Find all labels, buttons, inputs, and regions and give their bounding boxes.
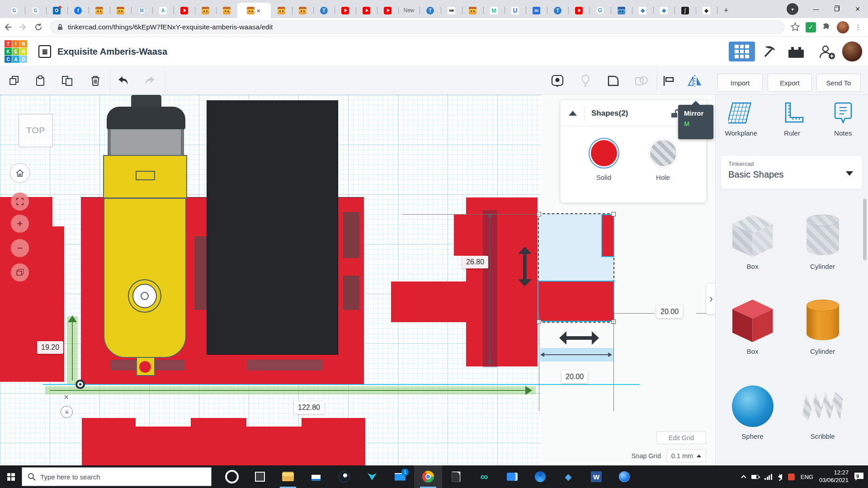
search-input[interactable] [40, 473, 194, 481]
browser-tab[interactable]: T [547, 3, 568, 18]
taskbar-predator-icon[interactable] [358, 465, 386, 488]
back-icon[interactable] [0, 19, 15, 35]
browser-tab[interactable] [174, 3, 195, 18]
browser-tab[interactable]: M [131, 3, 152, 18]
view-cube[interactable]: TOP [19, 114, 53, 147]
edit-grid-button[interactable]: Edit Grid [656, 432, 706, 444]
ruler-origin-handle[interactable] [75, 380, 85, 389]
taskbar-explorer-icon[interactable] [274, 465, 302, 488]
tab-close-icon[interactable]: × [256, 7, 262, 14]
shape-item-cylinder-hole-cylinder[interactable]: Cylinder [788, 198, 858, 283]
taskbar-word-icon[interactable] [582, 465, 610, 488]
taskbar-search[interactable] [22, 467, 212, 486]
browser-tab[interactable] [46, 3, 67, 18]
taskbar-store-icon[interactable] [302, 465, 330, 488]
tab-search-icon[interactable]: ▾ [787, 3, 798, 15]
maroon-slot[interactable] [194, 236, 208, 310]
move-vertical-handle[interactable] [517, 247, 533, 286]
notes-tool[interactable]: Notes [821, 101, 866, 137]
selection-handle[interactable] [611, 212, 616, 216]
browser-tab[interactable] [462, 3, 483, 18]
browser-tab[interactable]: we [441, 3, 462, 18]
minimize-button[interactable]: — [806, 0, 826, 18]
browser-tab[interactable] [611, 3, 632, 18]
browser-tab[interactable]: G [590, 3, 611, 18]
zoom-in-icon[interactable]: + [11, 215, 29, 233]
taskbar-opera-icon[interactable] [218, 465, 246, 488]
ungroup-icon[interactable] [634, 74, 649, 88]
yellow-device-stub[interactable] [131, 95, 161, 108]
browser-tab[interactable] [653, 3, 675, 18]
browser-tab[interactable] [335, 3, 356, 18]
taskbar-infinity-icon[interactable]: ∞ [470, 465, 498, 488]
clock[interactable]: 12:27 03/06/2021 [819, 469, 849, 484]
ruler-vertical-band[interactable] [67, 316, 78, 384]
black-shape[interactable] [207, 100, 338, 355]
browser-tab[interactable]: T [420, 3, 441, 18]
browser-tab[interactable] [377, 3, 398, 18]
browser-tab[interactable] [25, 3, 46, 18]
bookmark-star-icon[interactable] [790, 22, 800, 32]
browser-tab[interactable] [4, 3, 25, 18]
browser-menu-icon[interactable]: ⋮ [854, 23, 862, 32]
minecraft-pickaxe-icon[interactable] [759, 43, 779, 61]
import-button[interactable]: Import [717, 74, 763, 92]
sidebar-collapse-chevron[interactable]: › [706, 283, 715, 314]
maroon-slot[interactable] [343, 276, 359, 310]
ruler-close-icon[interactable]: × [64, 392, 69, 402]
move-horizontal-handle[interactable] [559, 330, 599, 346]
duplicate-icon[interactable] [60, 74, 75, 88]
taskbar-globe-icon[interactable] [610, 465, 638, 488]
export-button[interactable]: Export [768, 74, 812, 92]
browser-tab[interactable] [271, 3, 292, 18]
shape-item-scribble-scribble[interactable]: Scribble [788, 368, 858, 453]
shape-item-cylinder-orange-cylinder[interactable]: Cylinder [788, 283, 858, 368]
dimension-label-right[interactable]: 20.00 [656, 305, 683, 318]
send-to-button[interactable]: Send To [816, 74, 861, 92]
yellow-device-cap[interactable] [107, 107, 185, 129]
snap-grid-dropdown[interactable]: 0.1 mm [666, 449, 706, 462]
browser-tab[interactable] [356, 3, 377, 18]
ruler-horizontal-band[interactable] [45, 386, 536, 394]
browser-tab[interactable] [67, 3, 89, 18]
taskbar-steam-icon[interactable] [330, 465, 358, 488]
extensions-puzzle-icon[interactable] [821, 22, 831, 32]
perspective-toggle-icon[interactable] [11, 263, 29, 282]
shape-item-box-red-box[interactable]: Box [717, 283, 788, 368]
language-indicator[interactable]: ENG [801, 474, 813, 480]
taskbar-diamond-icon[interactable]: ◆ [554, 465, 582, 488]
bricks-icon[interactable] [786, 43, 807, 61]
selected-red-small[interactable] [601, 214, 614, 257]
ruler-tool[interactable]: Ruler [769, 101, 815, 137]
shape-library-dropdown[interactable]: Tinkercad Basic Shapes [721, 156, 862, 189]
hole-swatch-icon[interactable] [650, 140, 676, 166]
paste-icon[interactable] [33, 74, 48, 88]
solid-option[interactable]: Solid [591, 140, 617, 181]
taskbar-epic-icon[interactable] [442, 465, 470, 488]
close-button[interactable]: × [847, 0, 868, 18]
url-field[interactable]: tinkercad.com/things/6kEpW7fENxY-exquisi… [50, 20, 785, 34]
yellow-device-neck[interactable] [108, 129, 184, 155]
browser-tab[interactable] [216, 3, 237, 18]
browser-tab[interactable]: ∫ [675, 3, 696, 18]
lightbulb-icon[interactable] [578, 74, 593, 88]
taskbar-chrome-icon[interactable] [414, 465, 442, 488]
solid-swatch-icon[interactable] [591, 140, 617, 166]
browser-tab[interactable] [89, 3, 110, 18]
hole-option[interactable]: Hole [650, 140, 676, 181]
dimension-label-bottom[interactable]: 20.00 [561, 371, 588, 383]
design-properties-icon[interactable]: ≣ [38, 45, 51, 58]
tray-expand-icon[interactable] [742, 474, 745, 479]
maroon-slot[interactable] [343, 212, 359, 258]
browser-tab[interactable]: 3D [526, 3, 547, 18]
undo-icon[interactable] [116, 74, 131, 88]
browser-tab[interactable] [696, 3, 717, 18]
browser-tab[interactable]: T [313, 3, 335, 18]
browser-tab[interactable] [195, 3, 216, 18]
forward-icon[interactable] [15, 19, 31, 35]
delete-icon[interactable] [88, 74, 103, 88]
browser-tab[interactable] [292, 3, 313, 18]
fit-view-icon[interactable] [11, 192, 29, 211]
selected-red-bar[interactable] [538, 281, 614, 322]
user-avatar[interactable] [842, 41, 863, 62]
